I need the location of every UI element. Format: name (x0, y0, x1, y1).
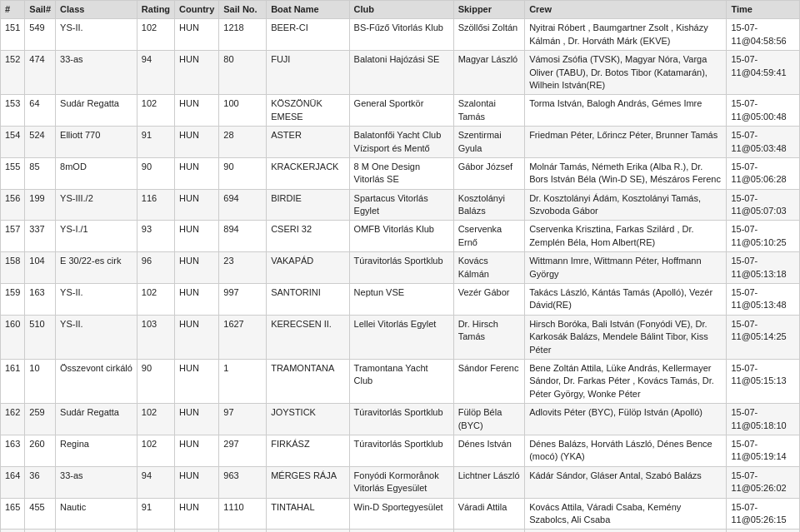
table-cell-col9: Magyar László (453, 51, 524, 95)
table-cell-col5: HUN (175, 498, 219, 530)
table-cell-col2: 163 (25, 284, 56, 316)
table-cell-col9: Cservenka Ernő (453, 221, 524, 252)
table-row: 158104E 30/22-es cirk96HUN23VAKAPÁDTúrav… (1, 252, 800, 284)
table-cell-col11: 15-07-11@05:13:48 (727, 284, 800, 316)
table-cell-col10: Kádár Sándor, Gláser Antal, Szabó Balázs (525, 466, 727, 498)
table-cell-col6: 23 (219, 252, 267, 284)
table-cell-col10: Takács László, Kántás Tamás (Apolló), Ve… (525, 284, 727, 316)
table-cell-col2: 10 (25, 359, 56, 403)
table-cell-col9: Kovács Kálmán (453, 252, 524, 284)
table-cell-col11: 15-07-11@05:06:28 (727, 157, 800, 189)
table-cell-col6: 894 (219, 221, 267, 252)
table-row: 156199YS-III./2116HUN694BIRDIESpartacus … (1, 189, 800, 221)
table-cell-col10: Cservenka Krisztina, Farkas Szilárd , Dr… (525, 221, 727, 252)
table-cell-col6: 80 (219, 51, 267, 95)
table-cell-col6: 28 (219, 127, 267, 158)
table-cell-col2: 104 (25, 252, 56, 284)
table-cell-col8: 8 M One Design Vitorlás SE (349, 157, 453, 189)
table-cell-col9: Sándor Ferenc (453, 359, 524, 403)
table-cell-col7: BIRDIE (267, 189, 349, 221)
table-cell-col6: 90 (219, 157, 267, 189)
table-cell-col6: 297 (219, 435, 267, 466)
table-cell-col7: FIRKÁSZ (267, 435, 349, 466)
table-cell-col5: HUN (175, 19, 219, 51)
table-cell-col8: Túravitorlás Sportklub (349, 404, 453, 435)
table-cell-col6: 97 (219, 404, 267, 435)
table-cell-col4: 93 (137, 221, 174, 252)
table-cell-col7: CSERI 32 (267, 221, 349, 252)
table-cell-col5: HUN (175, 284, 219, 316)
table-cell-col4: 102 (137, 19, 174, 51)
table-cell-col4: 90 (137, 157, 174, 189)
col-club: Club (349, 1, 453, 19)
table-cell-col7: SANTORINI (267, 284, 349, 316)
table-cell-col7: KERECSEN II. (267, 315, 349, 359)
table-cell-col2: 474 (25, 51, 56, 95)
table-cell-col1: 156 (1, 189, 25, 221)
table-cell-col5: HUN (175, 435, 219, 466)
table-cell-col3: 33-as (56, 51, 138, 95)
table-row: 15247433-as94HUN80FUJIBalatoni Hajózási … (1, 51, 800, 95)
table-cell-col4: 103 (137, 315, 174, 359)
table-cell-col11: 15-07-11@05:15:13 (727, 359, 800, 403)
table-cell-col2: 199 (25, 189, 56, 221)
table-cell-col4: 96 (137, 252, 174, 284)
table-header-row: # Sail# Class Rating Country Sail No. Bo… (1, 1, 800, 19)
table-cell-col1: 165 (1, 498, 25, 530)
table-cell-col8: Túravitorlás Sportklub (349, 252, 453, 284)
table-cell-col11: 15-07-11@05:18:10 (727, 404, 800, 435)
table-row: 162259Sudár Regatta102HUN97JOYSTICKTúrav… (1, 404, 800, 435)
col-time: Time (727, 1, 800, 19)
table-cell-col6: 997 (219, 284, 267, 316)
table-cell-col11: 15-07-11@05:07:03 (727, 189, 800, 221)
table-cell-col9: Gábor József (453, 157, 524, 189)
col-sail: Sail No. (219, 1, 267, 19)
table-cell-col4: 116 (137, 189, 174, 221)
table-cell-col1: 159 (1, 284, 25, 316)
table-cell-col11: 15-07-11@05:03:48 (727, 127, 800, 158)
table-row: 157337YS-I./193HUN894CSERI 32OMFB Vitorl… (1, 221, 800, 252)
col-country: Country (175, 1, 219, 19)
table-cell-col4: 94 (137, 466, 174, 498)
table-cell-col3: Regina (56, 435, 138, 466)
table-cell-col1: 157 (1, 221, 25, 252)
table-cell-col9: Lichtner László (453, 466, 524, 498)
table-cell-col10: Nyitrai Róbert , Baumgartner Zsolt , Kis… (525, 19, 727, 51)
table-row: 155858mOD90HUN90KRACKERJACK8 M One Desig… (1, 157, 800, 189)
table-cell-col6: 1 (219, 359, 267, 403)
table-cell-col9: Dénes István (453, 435, 524, 466)
table-cell-col1: 161 (1, 359, 25, 403)
table-cell-col1: 160 (1, 315, 25, 359)
table-cell-col5: HUN (175, 157, 219, 189)
table-row: 163260Regina102HUN297FIRKÁSZTúravitorlás… (1, 435, 800, 466)
table-cell-col5: HUN (175, 404, 219, 435)
table-cell-col2: 260 (25, 435, 56, 466)
table-cell-col9: Fülöp Béla (BYC) (453, 404, 524, 435)
table-cell-col10: Vámosi Zsófia (TVSK), Magyar Nóra, Varga… (525, 51, 727, 95)
results-table: # Sail# Class Rating Country Sail No. Bo… (0, 0, 800, 532)
table-cell-col10: Bene Zoltán Attila, Lüke András, Kellerm… (525, 359, 727, 403)
table-cell-col4: 102 (137, 435, 174, 466)
table-cell-col4: 102 (137, 284, 174, 316)
table-cell-col7: ASTER (267, 127, 349, 158)
table-cell-col5: HUN (175, 221, 219, 252)
table-cell-col7: KÖSZÖNÜK EMESE (267, 95, 349, 127)
table-cell-col5: HUN (175, 189, 219, 221)
table-cell-col2: 259 (25, 404, 56, 435)
table-row: 160510YS-II.103HUN1627KERECSEN II.Lellei… (1, 315, 800, 359)
table-cell-col11: 15-07-11@05:26:02 (727, 466, 800, 498)
table-cell-col10: Wittmann Imre, Wittmann Péter, Hoffmann … (525, 252, 727, 284)
table-cell-col4: 102 (137, 404, 174, 435)
table-cell-col9: Dr. Hirsch Tamás (453, 315, 524, 359)
table-cell-col11: 15-07-11@04:59:41 (727, 51, 800, 95)
table-cell-col7: FUJI (267, 51, 349, 95)
table-cell-col3: YS-II. (56, 284, 138, 316)
table-row: 1643633-as94HUN963MÉRGES RÁJAFonyódi Kor… (1, 466, 800, 498)
table-cell-col1: 151 (1, 19, 25, 51)
table-cell-col10: Friedman Péter, Lőrincz Péter, Brunner T… (525, 127, 727, 158)
table-row: 165455Nautic91HUN1110TINTAHALWin-D Sport… (1, 498, 800, 530)
table-row: 16110Összevont cirkáló90HUN1TRAMONTANATr… (1, 359, 800, 403)
table-cell-col6: 694 (219, 189, 267, 221)
table-cell-col7: VAKAPÁD (267, 252, 349, 284)
table-cell-col5: HUN (175, 252, 219, 284)
